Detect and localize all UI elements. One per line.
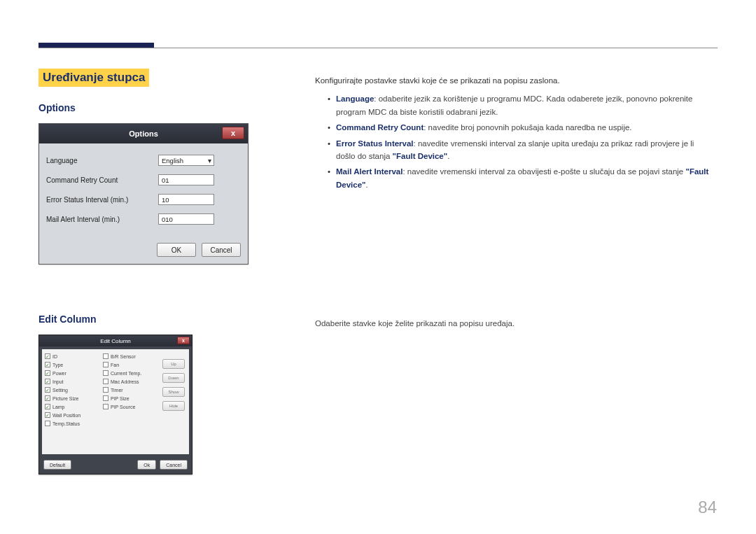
retry-desc: : navedite broj ponovnih pokušaja kada n… <box>424 123 631 132</box>
checkbox-icon <box>103 370 108 376</box>
down-button[interactable]: Down <box>162 373 185 383</box>
edit-column-footer: Default Ok Cancel <box>39 457 192 474</box>
edit-column-title: Edit Column <box>100 338 131 344</box>
checkbox-item[interactable]: PIP Size <box>103 395 158 401</box>
default-button[interactable]: Default <box>43 460 71 470</box>
retry-field[interactable]: 01 <box>158 174 214 185</box>
checkbox-label: B/R Sensor <box>111 354 136 359</box>
checkbox-item[interactable]: Timer <box>103 387 158 393</box>
checkbox-item[interactable]: ✓Lamp <box>45 404 100 409</box>
options-dialog-title: Options <box>129 129 158 138</box>
close-icon: x <box>231 129 235 137</box>
checkbox-label: ID <box>52 354 57 359</box>
edit-column-description: Odaberite stavke koje želite prikazati n… <box>315 317 714 330</box>
close-button[interactable]: x <box>222 127 244 139</box>
checkbox-item[interactable]: Fan <box>103 362 158 367</box>
edit-column-titlebar: Edit Column x <box>39 335 192 346</box>
header-rule <box>38 48 718 48</box>
checkbox-icon <box>45 421 50 426</box>
checkbox-label: Current Temp. <box>111 371 141 376</box>
mail-interval-field[interactable]: 010 <box>158 213 214 225</box>
checkbox-label: Mac Address <box>111 379 139 384</box>
up-button[interactable]: Up <box>162 359 185 369</box>
checkbox-column-right: B/R SensorFanCurrent Temp.Mac AddressTim… <box>103 353 158 450</box>
checkbox-item[interactable]: ✓Input <box>45 379 100 384</box>
bullet-retry: Command Retry Count: navedite broj ponov… <box>328 121 714 134</box>
ok-button[interactable]: OK <box>157 243 196 257</box>
checkbox-item[interactable]: Mac Address <box>103 379 158 384</box>
error-interval-field[interactable]: 10 <box>158 194 214 205</box>
checkbox-icon <box>103 387 108 393</box>
checkbox-label: Picture Size <box>52 396 78 401</box>
edit-column-body: ✓ID✓Type✓Power✓Input✓Setting✓Picture Siz… <box>42 349 189 454</box>
left-column: Uređivanje stupca Options Options x Lang… <box>38 69 248 475</box>
edit-column-heading: Edit Column <box>38 314 248 325</box>
language-term: Language <box>336 94 374 103</box>
retry-term: Command Retry Count <box>336 123 424 132</box>
checkbox-icon <box>103 404 108 409</box>
section-title: Uređivanje stupca <box>38 69 149 87</box>
checkbox-icon <box>103 353 108 359</box>
bullet-language: Language: odaberite jezik za korištenje … <box>328 92 714 118</box>
checkbox-item[interactable]: ✓Type <box>45 362 100 367</box>
checkbox-item[interactable]: PIP Source <box>103 404 158 409</box>
bullet-mail: Mail Alert Interval: navedite vremenski … <box>328 165 714 191</box>
option-row-mail: Mail Alert Interval (min.) 010 <box>46 213 241 225</box>
options-heading: Options <box>38 102 248 113</box>
options-dialog-footer: OK Cancel <box>39 239 248 264</box>
cancel-button[interactable]: Cancel <box>202 243 241 257</box>
intro-text: Konfigurirajte postavke stavki koje će s… <box>315 74 714 87</box>
checkbox-label: Wall Position <box>52 413 80 418</box>
retry-label: Command Retry Count <box>46 176 158 184</box>
checkbox-icon: ✓ <box>45 362 50 367</box>
checkbox-icon: ✓ <box>45 395 50 401</box>
checkbox-item[interactable]: Current Temp. <box>103 370 158 376</box>
language-label: Language <box>46 157 158 164</box>
checkbox-item[interactable]: ✓Setting <box>45 387 100 393</box>
language-desc: : odaberite jezik za korištenje u progra… <box>336 94 692 115</box>
checkbox-icon: ✓ <box>45 387 50 393</box>
close-icon: x <box>182 338 185 343</box>
fault-device-quote: "Fault Device" <box>393 152 448 160</box>
checkbox-item[interactable]: ✓ID <box>45 353 100 359</box>
hide-button[interactable]: Hide <box>162 401 185 411</box>
checkbox-label: Temp.Status <box>52 421 80 426</box>
edit-column-dialog: Edit Column x ✓ID✓Type✓Power✓Input✓Setti… <box>38 335 192 475</box>
checkbox-icon: ✓ <box>45 412 50 418</box>
checkbox-label: Fan <box>111 363 119 367</box>
language-dropdown[interactable]: English <box>158 155 214 166</box>
checkbox-label: Power <box>52 371 66 376</box>
options-dialog-body: Language English Command Retry Count 01 … <box>39 143 248 239</box>
close-button[interactable]: x <box>177 337 190 344</box>
bullet-error: Error Status Interval: navedite vremensk… <box>328 137 714 163</box>
error-term: Error Status Interval <box>336 139 414 148</box>
checkbox-label: Lamp <box>52 405 65 409</box>
checkbox-icon: ✓ <box>45 370 50 376</box>
checkbox-item[interactable]: B/R Sensor <box>103 353 158 359</box>
options-dialog-titlebar: Options x <box>39 124 248 143</box>
options-description: Konfigurirajte postavke stavki koje će s… <box>315 74 714 194</box>
checkbox-label: Input <box>52 379 64 384</box>
checkbox-icon: ✓ <box>45 353 50 359</box>
checkbox-item[interactable]: ✓Wall Position <box>45 412 100 418</box>
header-accent-bar <box>38 43 154 48</box>
side-buttons: UpDownShowHide <box>161 353 186 450</box>
checkbox-label: PIP Size <box>111 396 130 401</box>
checkbox-item[interactable]: ✓Power <box>45 370 100 376</box>
mail-desc: : navedite vremenski interval za obavije… <box>402 167 685 176</box>
checkbox-column-left: ✓ID✓Type✓Power✓Input✓Setting✓Picture Siz… <box>45 353 100 450</box>
option-row-retry: Command Retry Count 01 <box>46 174 241 185</box>
checkbox-item[interactable]: ✓Picture Size <box>45 395 100 401</box>
checkbox-icon: ✓ <box>45 379 50 384</box>
checkbox-icon <box>103 379 108 384</box>
ok-button[interactable]: Ok <box>137 460 156 470</box>
mail-term: Mail Alert Interval <box>336 167 402 176</box>
mail-interval-label: Mail Alert Interval (min.) <box>46 216 158 223</box>
show-button[interactable]: Show <box>162 387 185 397</box>
checkbox-label: Setting <box>52 388 68 393</box>
cancel-button[interactable]: Cancel <box>160 460 188 470</box>
checkbox-icon <box>103 362 108 367</box>
checkbox-item[interactable]: Temp.Status <box>45 421 100 426</box>
checkbox-icon <box>103 395 108 401</box>
checkbox-label: Timer <box>111 388 123 393</box>
